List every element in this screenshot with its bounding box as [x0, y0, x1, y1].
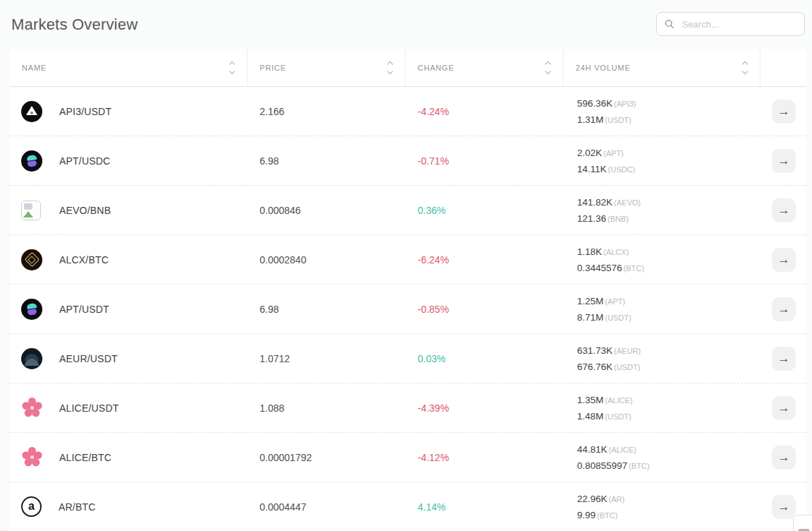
markets-table: NAME PRICE CHANGE 24H VOLUME API3/USDT 2…	[10, 49, 806, 531]
actions-cell: →	[761, 347, 806, 371]
volume-cell: 1.35M(ALICE) 1.48M(USDT)	[564, 392, 761, 424]
quote-volume: 1.31M(USDT)	[577, 112, 761, 128]
pair-cell: AR/BTC	[10, 496, 248, 517]
price-value: 0.0004447	[248, 501, 406, 513]
right-arrow-icon: →	[778, 297, 790, 321]
open-market-button[interactable]: →	[772, 396, 796, 420]
right-arrow-icon: →	[778, 446, 790, 470]
volume-cell: 2.02K(APT) 14.11K(USDC)	[564, 145, 761, 177]
pair-cell: AEUR/USDT	[10, 348, 248, 369]
apt-coin-icon	[21, 299, 42, 320]
base-volume: 1.25M(APT)	[577, 293, 761, 309]
column-header-actions	[761, 49, 806, 86]
alcx-coin-icon	[21, 249, 42, 270]
column-label: PRICE	[260, 64, 286, 72]
pair-label: ALICE/USDT	[59, 402, 119, 414]
table-row[interactable]: AR/BTC 0.0004447 4.14% 22.96K(AR) 9.99(B…	[10, 482, 806, 531]
quote-volume: 0.80855997(BTC)	[577, 458, 761, 474]
actions-cell: →	[761, 248, 806, 272]
table-row[interactable]: APT/USDC 6.98 -0.71% 2.02K(APT) 14.11K(U…	[10, 136, 806, 186]
aevo-coin-icon	[21, 201, 41, 220]
open-market-button[interactable]: →	[772, 198, 796, 222]
column-header-change[interactable]: CHANGE	[406, 49, 564, 86]
price-value: 0.0002840	[248, 254, 406, 266]
search-input[interactable]	[681, 18, 796, 30]
column-header-24h-volume[interactable]: 24H VOLUME	[564, 49, 761, 86]
right-arrow-icon: →	[778, 495, 790, 519]
base-volume: 631.73K(AEUR)	[577, 342, 761, 359]
volume-cell: 44.81K(ALICE) 0.80855997(BTC)	[564, 441, 761, 474]
right-arrow-icon: →	[778, 396, 790, 420]
pair-label: AEVO/BNB	[59, 205, 111, 216]
sort-icon[interactable]	[230, 62, 234, 73]
table-row[interactable]: APT/USDT 6.98 -0.85% 1.25M(APT) 8.71M(US…	[10, 285, 806, 334]
base-volume: 1.18K(ALCX)	[577, 244, 761, 260]
aeur-coin-icon	[21, 348, 42, 369]
volume-cell: 596.36K(API3) 1.31M(USDT)	[564, 95, 761, 128]
quote-volume: 121.36(BNB)	[577, 210, 761, 227]
quote-volume: 1.48M(USDT)	[577, 408, 761, 424]
price-value: 0.000846	[248, 205, 406, 216]
change-value: 0.03%	[406, 353, 564, 364]
price-value: 0.00001792	[248, 452, 406, 463]
pair-label: API3/USDT	[59, 106, 111, 117]
alice-coin-icon	[21, 447, 42, 468]
table-header: NAME PRICE CHANGE 24H VOLUME	[10, 49, 806, 87]
volume-cell: 631.73K(AEUR) 676.76K(USDT)	[564, 342, 761, 375]
pair-cell: API3/USDT	[10, 101, 248, 122]
table-row[interactable]: API3/USDT 2.166 -4.24% 596.36K(API3) 1.3…	[10, 87, 806, 136]
table-row[interactable]: ALICE/BTC 0.00001792 -4.12% 44.81K(ALICE…	[10, 433, 806, 482]
open-market-button[interactable]: →	[772, 297, 796, 321]
alice-coin-icon	[21, 398, 42, 419]
table-row[interactable]: ALCX/BTC 0.0002840 -6.24% 1.18K(ALCX) 0.…	[10, 235, 806, 285]
base-volume: 2.02K(APT)	[577, 145, 761, 161]
actions-cell: →	[761, 297, 806, 321]
column-header-name[interactable]: NAME	[10, 49, 248, 86]
change-value: -6.24%	[406, 254, 564, 266]
pair-cell: ALICE/BTC	[10, 447, 248, 468]
actions-cell: →	[761, 198, 806, 222]
column-label: NAME	[22, 64, 47, 72]
actions-cell: →	[761, 149, 806, 173]
top-bar: Markets Overview	[0, 0, 812, 49]
open-market-button[interactable]: →	[772, 446, 796, 470]
open-market-button[interactable]: →	[772, 347, 796, 371]
open-market-button[interactable]: →	[772, 100, 796, 124]
pair-label: ALICE/BTC	[59, 452, 111, 463]
sort-icon[interactable]	[388, 62, 392, 73]
pair-label: APT/USDT	[59, 304, 109, 315]
column-header-price[interactable]: PRICE	[248, 49, 406, 86]
base-volume: 1.35M(ALICE)	[577, 392, 761, 408]
actions-cell: →	[761, 446, 806, 470]
column-label: 24H VOLUME	[576, 64, 631, 72]
quote-volume: 8.71M(USDT)	[577, 309, 761, 326]
pair-cell: ALCX/BTC	[10, 249, 248, 270]
ar-coin-icon	[21, 496, 42, 517]
table-row[interactable]: AEUR/USDT 1.0712 0.03% 631.73K(AEUR) 676…	[10, 334, 806, 383]
sort-icon[interactable]	[743, 62, 747, 73]
change-value: -0.71%	[406, 155, 564, 167]
change-value: -4.12%	[406, 452, 564, 463]
base-volume: 44.81K(ALICE)	[577, 441, 761, 458]
open-market-button[interactable]: →	[772, 149, 796, 173]
open-market-button[interactable]: →	[772, 248, 796, 272]
change-value: 4.14%	[406, 501, 564, 513]
search-icon	[665, 18, 674, 30]
apt-coin-icon	[21, 150, 42, 172]
table-row[interactable]: ALICE/USDT 1.088 -4.39% 1.35M(ALICE) 1.4…	[10, 383, 806, 433]
pair-cell: APT/USDT	[10, 299, 248, 320]
volume-cell: 1.18K(ALCX) 0.3445576(BTC)	[564, 244, 761, 276]
price-value: 6.98	[248, 304, 406, 315]
right-arrow-icon: →	[778, 198, 790, 222]
sort-icon[interactable]	[546, 62, 550, 73]
search-box[interactable]	[656, 12, 805, 36]
actions-cell: →	[761, 100, 806, 124]
table-row[interactable]: AEVO/BNB 0.000846 0.36% 141.82K(AEVO) 12…	[10, 186, 806, 235]
price-value: 1.0712	[248, 353, 406, 364]
open-market-button[interactable]: →	[772, 495, 796, 519]
price-value: 6.98	[248, 155, 406, 167]
quote-volume: 676.76K(USDT)	[577, 359, 761, 375]
base-volume: 141.82K(AEVO)	[577, 194, 761, 210]
pair-cell: AEVO/BNB	[10, 201, 248, 220]
pair-label: AEUR/USDT	[59, 353, 118, 364]
